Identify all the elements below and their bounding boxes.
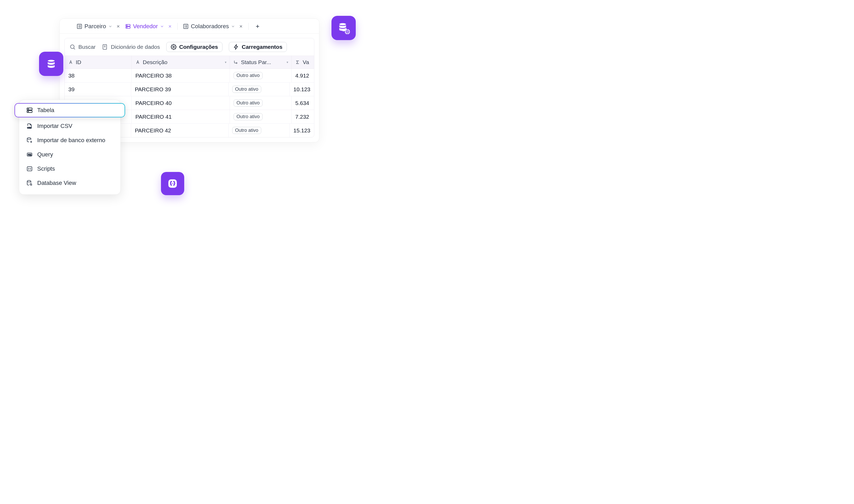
cell-value: 15.123: [290, 124, 314, 137]
chevron-down-icon[interactable]: [108, 24, 112, 29]
svg-point-12: [28, 111, 29, 112]
table-row[interactable]: 39 PARCEIRO 39 Outro ativo 10.123: [65, 83, 314, 96]
chevron-down-icon[interactable]: [231, 24, 235, 29]
svg-text:CSV: CSV: [27, 127, 32, 129]
column-value[interactable]: Va: [292, 56, 314, 69]
menu-item-tabela[interactable]: Tabela: [15, 103, 125, 118]
tab-parceiro[interactable]: Parceiro: [75, 22, 121, 31]
csv-file-icon: CSV: [26, 123, 33, 129]
cell-desc: PARCEIRO 38: [132, 69, 230, 82]
svg-point-14: [27, 138, 31, 139]
tab-vendedor[interactable]: Vendedor: [124, 22, 173, 31]
menu-item-label: Database View: [37, 180, 76, 186]
floating-scripts-button[interactable]: [161, 172, 184, 195]
settings-button[interactable]: Configurações: [166, 42, 223, 52]
cell-id: 38: [65, 69, 132, 82]
list-icon: [76, 23, 82, 29]
database-gear-icon: [337, 21, 350, 35]
cell-status: Outro ativo: [230, 69, 292, 82]
toolbar-label: Carregamentos: [242, 44, 282, 50]
cell-status: Outro ativo: [230, 110, 292, 123]
cell-status: Outro ativo: [229, 83, 290, 96]
toolbar: Buscar Dicionário de dados Configurações…: [65, 38, 314, 56]
text-type-icon: [135, 60, 140, 65]
tab-separator: [248, 23, 249, 30]
menu-item-scripts[interactable]: Scripts: [19, 162, 120, 176]
server-icon: [26, 107, 33, 114]
cell-value: 7.232: [292, 110, 314, 123]
column-desc[interactable]: Descrição ▾: [132, 56, 230, 69]
svg-rect-27: [168, 179, 177, 188]
chevron-down-icon[interactable]: [160, 24, 164, 29]
tab-label: Parceiro: [85, 23, 106, 30]
menu-item-label: Scripts: [37, 165, 55, 172]
cell-value: 5.634: [292, 96, 314, 110]
sigma-icon: [295, 60, 300, 65]
table-row[interactable]: 38 PARCEIRO 38 Outro ativo 4.912: [65, 69, 314, 83]
close-icon[interactable]: [116, 24, 120, 29]
data-dictionary-button[interactable]: Dicionário de dados: [102, 44, 160, 50]
search-icon: [69, 44, 76, 50]
column-label: ID: [76, 59, 81, 66]
database-search-icon: [26, 180, 33, 186]
tab-colaboradores[interactable]: Colaboradores: [182, 22, 244, 31]
toolbar-label: Buscar: [79, 44, 95, 50]
svg-point-11: [28, 109, 29, 109]
svg-point-18: [30, 169, 30, 169]
code-braces-icon: [166, 177, 179, 190]
svg-point-28: [172, 183, 173, 184]
text-type-icon: [68, 60, 73, 65]
loads-button[interactable]: Carregamentos: [229, 42, 287, 52]
cell-id: 39: [65, 83, 131, 96]
floating-database-settings-button[interactable]: [331, 16, 356, 40]
menu-item-import-db[interactable]: Importar de banco externo: [19, 133, 120, 147]
create-menu: Tabela CSV Importar CSV Importar de banc…: [19, 100, 121, 195]
column-label: Status Par...: [241, 59, 271, 66]
column-id[interactable]: ID: [65, 56, 132, 69]
list-icon: [183, 23, 189, 29]
table-header: ID Descrição ▾ Status Par... ▾: [65, 56, 314, 69]
server-icon: [125, 23, 131, 29]
code-braces-icon: [26, 166, 33, 172]
menu-item-label: Importar CSV: [37, 123, 72, 129]
status-badge: Outro ativo: [232, 127, 261, 134]
menu-item-label: Tabela: [37, 107, 54, 114]
menu-item-label: Importar de banco externo: [37, 137, 105, 144]
add-tab-button[interactable]: [253, 23, 262, 30]
gear-icon: [171, 44, 177, 50]
tab-label: Colaboradores: [191, 23, 229, 30]
book-icon: [102, 44, 108, 50]
status-badge: Outro ativo: [233, 100, 263, 107]
menu-item-query[interactable]: SQL Query: [19, 147, 120, 162]
cell-desc: PARCEIRO 42: [131, 124, 229, 137]
svg-point-6: [70, 45, 74, 49]
menu-item-database-view[interactable]: Database View: [19, 176, 120, 190]
svg-point-3: [127, 25, 127, 25]
close-icon[interactable]: [168, 24, 172, 29]
status-badge: Outro ativo: [232, 86, 261, 93]
dropdown-icon[interactable]: ▾: [286, 60, 288, 64]
status-badge: Outro ativo: [233, 113, 263, 120]
svg-point-29: [173, 183, 174, 184]
search-button[interactable]: Buscar: [69, 44, 95, 50]
close-icon[interactable]: [239, 24, 243, 29]
subarrow-icon: [233, 60, 238, 65]
tabs-bar: Parceiro Vendedor Cola: [60, 19, 319, 34]
sql-icon: SQL: [26, 151, 33, 158]
column-label: Descrição: [143, 59, 167, 66]
toolbar-label: Dicionário de dados: [111, 44, 160, 50]
tab-separator: [177, 23, 178, 30]
toolbar-label: Configurações: [179, 44, 218, 50]
menu-item-import-csv[interactable]: CSV Importar CSV: [19, 119, 120, 133]
svg-point-8: [173, 46, 174, 48]
svg-point-19: [27, 180, 31, 182]
menu-item-label: Query: [37, 151, 53, 158]
status-badge: Outro ativo: [233, 72, 263, 79]
dropdown-icon[interactable]: ▾: [225, 60, 226, 64]
svg-text:SQL: SQL: [28, 154, 32, 156]
svg-point-4: [127, 27, 127, 28]
cell-status: Outro ativo: [229, 124, 290, 137]
floating-database-button[interactable]: [39, 52, 63, 76]
cell-value: 10.123: [290, 83, 314, 96]
column-status[interactable]: Status Par... ▾: [230, 56, 292, 69]
